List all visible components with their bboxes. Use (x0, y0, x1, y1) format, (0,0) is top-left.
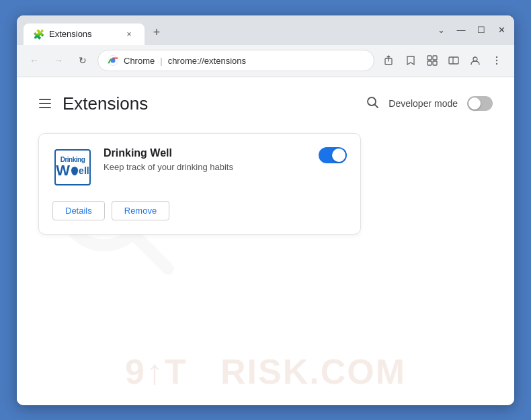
address-bar: ← → ↻ Chrome | chrome://extensions (17, 45, 514, 77)
bookmark-icon[interactable] (401, 51, 420, 70)
active-tab[interactable]: 🧩 Extensions × (24, 24, 145, 45)
chevron-down-icon[interactable]: ⌄ (434, 23, 448, 38)
svg-line-19 (375, 104, 378, 108)
extension-logo-droplet-icon (71, 167, 78, 175)
svg-point-2 (111, 58, 115, 62)
title-bar: 🧩 Extensions × + ⌄ — ☐ ✕ (17, 15, 514, 45)
extension-logo-mid: W ell (56, 163, 89, 178)
url-bar[interactable]: Chrome | chrome://extensions (97, 50, 374, 71)
chrome-label: Chrome (124, 56, 155, 66)
developer-mode-label: Developer mode (389, 98, 458, 109)
svg-rect-5 (433, 56, 437, 60)
developer-mode-toggle[interactable] (467, 96, 493, 111)
svg-line-14 (134, 235, 168, 269)
share-icon[interactable] (380, 51, 399, 70)
svg-rect-7 (433, 61, 437, 65)
extension-text-info: Drinking Well Keep track of your drinkin… (104, 147, 308, 172)
header-right: Developer mode (366, 95, 493, 112)
tab-strip: 🧩 Extensions × + (17, 15, 434, 45)
toggle-on-knob (332, 149, 345, 162)
hamburger-menu-button[interactable] (38, 97, 52, 110)
extension-enabled-toggle[interactable] (319, 147, 347, 163)
browser-window: 🧩 Extensions × + ⌄ — ☐ ✕ ← → ↻ (17, 15, 514, 405)
extensions-icon[interactable] (423, 51, 442, 70)
remove-button[interactable]: Remove (112, 201, 169, 220)
reload-button[interactable]: ↻ (73, 51, 92, 70)
back-button[interactable]: ← (25, 51, 44, 70)
svg-point-9 (473, 57, 477, 61)
header-left: Extensions (38, 93, 148, 114)
extension-info-row: Drinking W ell Drinking Well Keep track … (52, 147, 347, 187)
forward-button[interactable]: → (49, 51, 68, 70)
chrome-window-icon[interactable] (444, 51, 463, 70)
window-controls: ⌄ — ☐ ✕ (434, 15, 514, 45)
chrome-logo-icon (108, 55, 118, 66)
toolbar-icons (380, 51, 506, 70)
extension-logo-ell: ell (79, 166, 89, 175)
svg-point-11 (496, 60, 497, 61)
extension-toggle-area (319, 147, 347, 163)
svg-rect-4 (427, 56, 432, 60)
extension-logo-inner: Drinking W ell (54, 149, 91, 185)
chrome-menu-icon[interactable] (487, 51, 506, 70)
page-content: Extensions Developer mode Drinking (17, 77, 514, 405)
extension-actions-row: Details Remove (52, 201, 347, 220)
toggle-knob (468, 97, 481, 110)
close-window-button[interactable]: ✕ (494, 23, 509, 38)
tab-title-label: Extensions (49, 29, 118, 39)
extension-name: Drinking Well (104, 147, 308, 159)
watermark-text: 9↑T RISK.COM (125, 351, 406, 392)
tab-favicon-icon: 🧩 (33, 29, 44, 40)
close-tab-button[interactable]: × (123, 28, 135, 40)
page-header: Extensions Developer mode (38, 93, 493, 114)
details-button[interactable]: Details (52, 201, 105, 220)
url-display: chrome://extensions (168, 56, 246, 66)
profile-icon[interactable] (466, 51, 485, 70)
extension-description: Keep track of your drinking habits (104, 162, 308, 172)
extension-logo: Drinking W ell (52, 147, 93, 187)
minimize-button[interactable]: — (454, 23, 468, 38)
svg-point-10 (496, 56, 497, 58)
page-title: Extensions (63, 93, 148, 114)
search-extensions-button[interactable] (366, 95, 379, 112)
svg-rect-8 (449, 57, 458, 64)
svg-point-12 (496, 63, 497, 65)
svg-rect-6 (427, 61, 432, 65)
extension-buttons: Details Remove (52, 201, 169, 220)
new-tab-button[interactable]: + (147, 24, 166, 42)
extension-card: Drinking W ell Drinking Well Keep track … (38, 133, 361, 235)
extension-logo-w: W (56, 163, 70, 178)
maximize-button[interactable]: ☐ (474, 23, 489, 38)
